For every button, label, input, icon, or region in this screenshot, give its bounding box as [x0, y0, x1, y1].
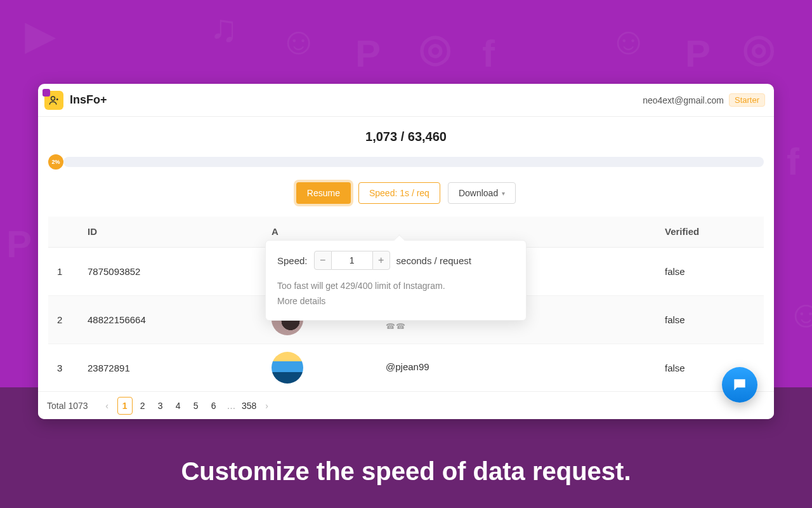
resume-button[interactable]: Resume: [296, 182, 351, 204]
row-verified: false: [656, 247, 764, 295]
content-area: 1,073 / 63,460 2% Resume Speed: 1s / req…: [38, 117, 774, 392]
table-footer: Total 1073 ‹ 1 2 3 4 5 6 … 358 ›: [38, 391, 774, 419]
plan-badge[interactable]: Starter: [729, 93, 765, 107]
pagination: ‹ 1 2 3 4 5 6 … 358 ›: [100, 397, 275, 415]
col-header-id: ID: [79, 217, 263, 247]
progress-counter: 1,073 / 63,460: [48, 130, 764, 144]
user-email: neo4ext@gmail.com: [643, 95, 724, 105]
marketing-caption: Customize the speed of data request.: [0, 457, 812, 486]
progress-row: 2%: [48, 156, 764, 168]
row-id: 7875093852: [79, 247, 263, 295]
svg-point-0: [51, 97, 55, 100]
speed-decrement-button[interactable]: −: [314, 251, 332, 270]
row-verified: false: [656, 295, 764, 344]
app-window: InsFo+ neo4ext@gmail.com Starter 1,073 /…: [38, 84, 774, 419]
page-next[interactable]: ›: [259, 397, 275, 415]
page-ellipsis: …: [224, 397, 239, 415]
speed-button[interactable]: Speed: 1s / req: [358, 182, 440, 204]
page-prev[interactable]: ‹: [100, 397, 115, 415]
row-id: 48822156664: [79, 295, 263, 344]
speed-value[interactable]: 1: [332, 251, 372, 270]
brand: InsFo+: [44, 91, 107, 110]
row-avatar: [263, 344, 377, 392]
chevron-down-icon: ▾: [502, 190, 505, 197]
speed-stepper: − 1 +: [314, 251, 390, 270]
speed-stepper-row: Speed: − 1 + seconds / request: [277, 251, 514, 270]
chat-icon: [731, 377, 748, 393]
app-logo-icon: [44, 91, 63, 110]
row-index: 2: [48, 295, 79, 344]
row-index: 1: [48, 247, 79, 295]
page-3[interactable]: 3: [153, 397, 168, 415]
speed-popover: Speed: − 1 + seconds / request Too fast …: [265, 240, 527, 321]
col-header-verified: Verified: [656, 217, 764, 247]
page-1[interactable]: 1: [117, 397, 133, 415]
speed-increment-button[interactable]: +: [372, 251, 390, 270]
app-name: InsFo+: [70, 93, 107, 107]
col-header-index: [48, 217, 79, 247]
page-6[interactable]: 6: [206, 397, 221, 415]
progress-percent-badge: 2%: [48, 154, 63, 170]
download-label: Download: [459, 188, 498, 198]
page-last[interactable]: 358: [242, 397, 257, 415]
page-4[interactable]: 4: [171, 397, 186, 415]
action-bar: Resume Speed: 1s / req Download ▾: [48, 182, 764, 204]
speed-hint-text: Too fast will get 429/400 limit of Insta…: [277, 281, 445, 291]
avatar: [272, 352, 303, 384]
progress-bar: [63, 157, 764, 167]
page-2[interactable]: 2: [135, 397, 150, 415]
row-index: 3: [48, 344, 79, 392]
download-button[interactable]: Download ▾: [448, 182, 516, 204]
page-5[interactable]: 5: [188, 397, 204, 415]
speed-hint: Too fast will get 429/400 limit of Insta…: [277, 279, 514, 309]
chat-fab[interactable]: [722, 367, 757, 403]
total-label: Total 1073: [47, 401, 88, 411]
speed-unit-label: seconds / request: [396, 255, 471, 266]
table-row: 3 23872891 @pjean99 false: [48, 344, 764, 392]
row-id: 23872891: [79, 344, 263, 392]
header-right: neo4ext@gmail.com Starter: [643, 93, 765, 107]
row-username: @pjean99: [377, 344, 656, 392]
speed-label: Speed:: [277, 255, 308, 266]
more-details-link[interactable]: More details: [277, 294, 514, 308]
app-header: InsFo+ neo4ext@gmail.com Starter: [38, 84, 774, 117]
